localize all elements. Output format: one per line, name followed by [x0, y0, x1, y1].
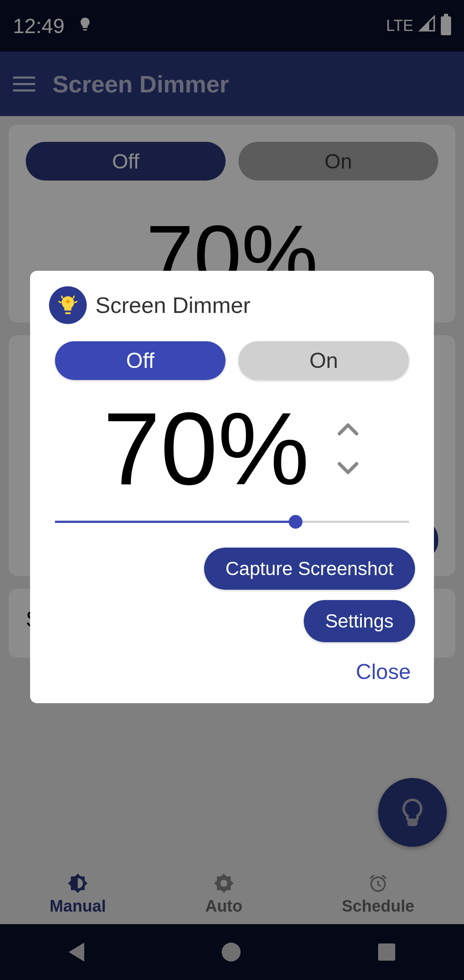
settings-button[interactable]: Settings [304, 600, 415, 642]
dialog-toggle-row: Off On [49, 341, 415, 380]
slider-thumb[interactable] [289, 515, 302, 529]
dimmer-dialog: Screen Dimmer Off On 70% Capture Scre [30, 271, 434, 703]
svg-point-1 [66, 300, 70, 303]
dialog-header: Screen Dimmer [49, 286, 415, 324]
off-button[interactable]: Off [55, 341, 226, 380]
on-button[interactable]: On [238, 341, 409, 380]
close-button[interactable]: Close [49, 659, 415, 684]
increase-button[interactable] [335, 423, 361, 436]
decrease-button[interactable] [335, 462, 361, 475]
dialog-percent-row: 70% [49, 397, 415, 500]
lightbulb-app-icon [49, 286, 87, 324]
brightness-percent: 70% [103, 397, 309, 500]
capture-screenshot-button[interactable]: Capture Screenshot [204, 548, 415, 590]
slider-fill [55, 521, 296, 523]
dialog-actions: Capture Screenshot Settings [49, 548, 415, 642]
brightness-slider[interactable] [55, 513, 409, 530]
dialog-title: Screen Dimmer [95, 292, 250, 318]
stepper-arrows [335, 423, 361, 475]
